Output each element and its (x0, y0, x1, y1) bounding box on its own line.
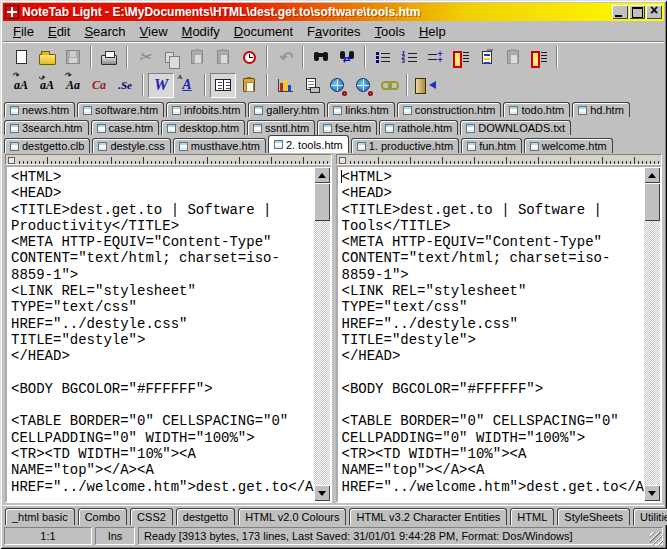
vertical-scrollbar-left[interactable] (314, 167, 330, 501)
scrollbar-thumb[interactable] (314, 183, 330, 221)
doc-tab-software[interactable]: software.htm (77, 102, 164, 117)
scroll-up-button[interactable] (644, 167, 660, 183)
uppercase-button[interactable]: aA (8, 73, 34, 98)
clipbook-tab-stylesheets[interactable]: StyleSheets (557, 508, 630, 525)
doc-tab-ssntl[interactable]: ssntl.htm (247, 120, 315, 135)
menu-edit[interactable]: Edit (41, 23, 77, 40)
word-wrap-button[interactable]: W (148, 73, 174, 98)
clipbook-tab-html-basic[interactable]: _html basic (5, 508, 75, 525)
resize-grip[interactable] (650, 532, 663, 545)
doc-tab-desktop[interactable]: desktop.htm (161, 120, 245, 135)
cut-scissors-icon (139, 48, 152, 66)
document-icon (323, 124, 332, 133)
doc-tab-rathole[interactable]: rathole.htm (379, 120, 458, 135)
exit-button[interactable] (412, 73, 438, 98)
clipbook-tab-html-v2-colours[interactable]: HTML v2.0 Colours (238, 508, 346, 525)
menu-view[interactable]: View (133, 23, 175, 40)
sentence-case-button[interactable]: .Se (112, 73, 138, 98)
doc-tab-construction[interactable]: construction.htm (397, 102, 502, 117)
copy-pages-icon (165, 52, 174, 63)
paste-copy-button[interactable] (500, 45, 526, 70)
menu-modify[interactable]: Modify (175, 23, 227, 40)
menu-help[interactable]: Help (412, 23, 453, 40)
sentence-case-icon: .Se (118, 80, 132, 91)
doc-tab-productive[interactable]: 1. productive.htm (351, 138, 459, 153)
scrollbar-thumb[interactable] (644, 183, 660, 221)
copy-to-clipbook-button[interactable] (474, 45, 500, 70)
clipbook-tab-html[interactable]: HTML (510, 508, 554, 525)
undo-button[interactable] (272, 45, 298, 70)
code-text-right[interactable]: <HTML> <HEAD> <TITLE>dest.get.to | Softw… (338, 167, 645, 501)
lowercase-button[interactable]: aA (34, 73, 60, 98)
menu-document[interactable]: Document (227, 23, 300, 40)
statistics-chart-button[interactable] (272, 73, 298, 98)
clipbook-lines-button[interactable] (526, 45, 552, 70)
doc-tab-gallery[interactable]: gallery.htm (248, 102, 325, 117)
doc-tab-links[interactable]: links.htm (327, 102, 394, 117)
doc-tab-fse[interactable]: fse.htm (317, 120, 377, 135)
doc-tab-news[interactable]: news.htm (4, 102, 75, 117)
cut-button[interactable] (132, 45, 158, 70)
scrollbar-track[interactable] (314, 221, 330, 485)
menu-favorites[interactable]: Favorites (300, 23, 367, 40)
capitalize-button[interactable]: Ca (86, 73, 112, 98)
clipbook-button[interactable] (236, 73, 262, 98)
minimize-button[interactable] (612, 5, 628, 19)
bullet-list-button[interactable] (370, 45, 396, 70)
scroll-up-button[interactable] (314, 167, 330, 183)
paste-button[interactable] (184, 45, 210, 70)
doc-tab-welcome[interactable]: welcome.htm (524, 138, 613, 153)
clipbook-tab-destgetto[interactable]: destgetto (176, 508, 235, 525)
font-button[interactable]: A (174, 73, 200, 98)
doc-tab-todo[interactable]: todo.htm (503, 102, 570, 117)
open-file-button[interactable] (34, 45, 60, 70)
clipbook-paste-button[interactable] (448, 45, 474, 70)
exit-door-icon (415, 78, 435, 92)
menu-file[interactable]: File (6, 23, 41, 40)
view-in-browser-button[interactable] (324, 73, 350, 98)
doc-tab-musthave[interactable]: musthave.htm (173, 138, 266, 153)
invert-case-button[interactable]: Aa (60, 73, 86, 98)
menu-tools[interactable]: Tools (368, 23, 412, 40)
doc-tab-tools-active[interactable]: 2. tools.htm (268, 135, 349, 153)
code-text-left[interactable]: <HTML> <HEAD> <TITLE>dest.get.to | Softw… (7, 167, 314, 501)
new-document-button[interactable] (8, 45, 34, 70)
web-browser-button[interactable] (350, 73, 376, 98)
scroll-down-button[interactable] (314, 485, 330, 501)
notetab-app-icon[interactable] (5, 5, 19, 19)
title-bar[interactable]: NoteTab Light - E:\MyDocuments\HTML\dest… (3, 3, 664, 21)
maximize-button[interactable] (629, 5, 645, 19)
clipbook-tab-html-v32-entities[interactable]: HTML v3.2 Character Entities (349, 508, 507, 525)
doc-tab-destgetto[interactable]: destgetto.clb (4, 138, 90, 153)
arrow-up-icon (648, 169, 656, 178)
toolbar-tools: aA aA Aa Ca .Se W A (3, 71, 664, 99)
replace-button[interactable] (334, 45, 360, 70)
text-statistics-button[interactable] (298, 73, 324, 98)
insert-link-button[interactable] (376, 73, 402, 98)
doc-tab-hd[interactable]: hd.htm (572, 102, 630, 117)
doc-tab-case[interactable]: case.htm (91, 120, 160, 135)
doc-tab-downloads[interactable]: DOWNLOADS.txt (460, 120, 571, 135)
find-button[interactable] (308, 45, 334, 70)
paste-append-button[interactable] (210, 45, 236, 70)
vertical-scrollbar-right[interactable] (644, 167, 660, 501)
doc-tab-3search[interactable]: 3search.htm (4, 120, 89, 135)
scroll-down-button[interactable] (644, 485, 660, 501)
insert-time-button[interactable] (236, 45, 262, 70)
menu-search[interactable]: Search (77, 23, 132, 40)
insert-lines-button[interactable] (422, 45, 448, 70)
numbered-list-button[interactable] (396, 45, 422, 70)
scrollbar-track[interactable] (644, 221, 660, 485)
clipbook-tab-utilities[interactable]: Utilities (633, 508, 667, 525)
paired-panes-button[interactable] (210, 73, 236, 98)
print-button[interactable] (96, 45, 122, 70)
copy-button[interactable] (158, 45, 184, 70)
doc-tab-infobits[interactable]: infobits.htm (166, 102, 246, 117)
clipbook-tab-combo[interactable]: Combo (78, 508, 127, 525)
doc-tab-destyle[interactable]: destyle.css (92, 138, 170, 153)
save-button[interactable] (60, 45, 86, 70)
clipbook-tab-css2[interactable]: CSS2 (130, 508, 173, 525)
close-button[interactable] (646, 5, 662, 19)
document-icon (253, 124, 262, 133)
doc-tab-fun[interactable]: fun.htm (461, 138, 522, 153)
